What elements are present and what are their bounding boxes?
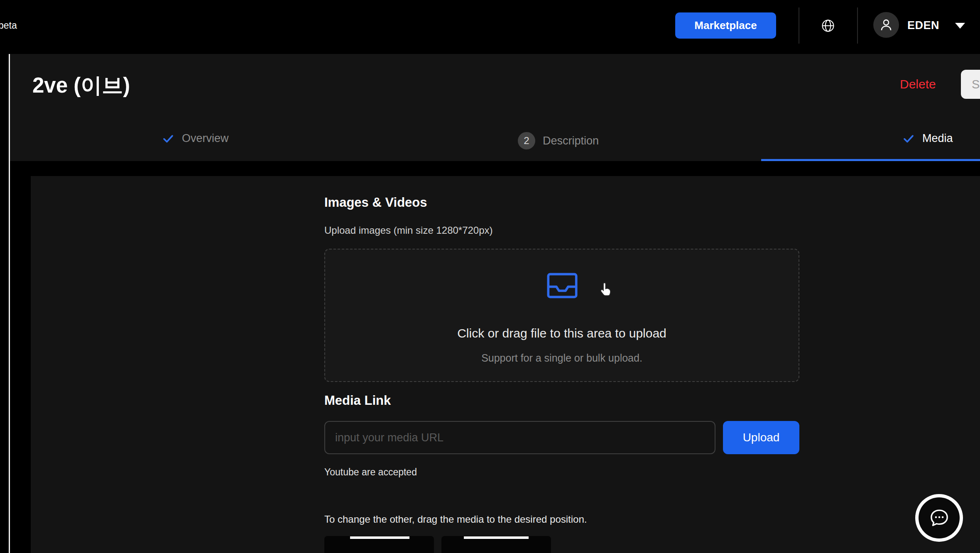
- page-title: 2ve (이브): [32, 71, 130, 100]
- media-link-heading: Media Link: [324, 393, 391, 408]
- media-thumbnail-highlight: [464, 536, 529, 539]
- chat-bubble-icon: [928, 507, 951, 529]
- inbox-upload-icon: [544, 269, 580, 301]
- images-videos-heading: Images & Videos: [324, 195, 427, 210]
- youtube-accepted-note: Youtube are accepted: [324, 467, 417, 478]
- avatar[interactable]: [873, 12, 899, 38]
- reorder-instruction: To change the other, drag the media to t…: [324, 514, 587, 525]
- user-icon: [878, 17, 894, 33]
- chevron-down-icon[interactable]: [955, 23, 965, 29]
- save-button[interactable]: S: [961, 70, 980, 99]
- topbar: beta Marketplace EDEN: [0, 0, 980, 51]
- upload-button[interactable]: Upload: [723, 421, 799, 454]
- tab-media[interactable]: Media: [902, 132, 953, 145]
- topbar-divider: [799, 7, 799, 44]
- tab-description-label: Description: [543, 135, 599, 147]
- tab-description[interactable]: 2 Description: [518, 132, 599, 149]
- media-thumbnail-highlight: [350, 536, 409, 539]
- dropzone-title: Click or drag file to this area to uploa…: [324, 326, 799, 340]
- chat-widget-button[interactable]: [919, 497, 960, 538]
- check-icon: [162, 132, 174, 145]
- tab-overview-label: Overview: [182, 132, 229, 145]
- step-number-badge: 2: [518, 132, 535, 149]
- dropzone-subtitle: Support for a single or bulk upload.: [324, 352, 799, 364]
- marketplace-button[interactable]: Marketplace: [675, 12, 776, 39]
- media-url-input[interactable]: [324, 421, 715, 454]
- brand-logo-fragment[interactable]: beta: [0, 20, 17, 31]
- topbar-divider: [857, 7, 858, 44]
- check-icon: [902, 132, 915, 145]
- tab-overview[interactable]: Overview: [162, 132, 229, 145]
- upload-size-hint: Upload images (min size 1280*720px): [324, 225, 493, 236]
- globe-language-icon[interactable]: [821, 18, 835, 33]
- page-header: [10, 54, 980, 161]
- user-name[interactable]: EDEN: [907, 19, 939, 32]
- delete-button[interactable]: Delete: [900, 77, 936, 91]
- tab-media-label: Media: [922, 132, 953, 145]
- active-tab-underline: [761, 159, 980, 161]
